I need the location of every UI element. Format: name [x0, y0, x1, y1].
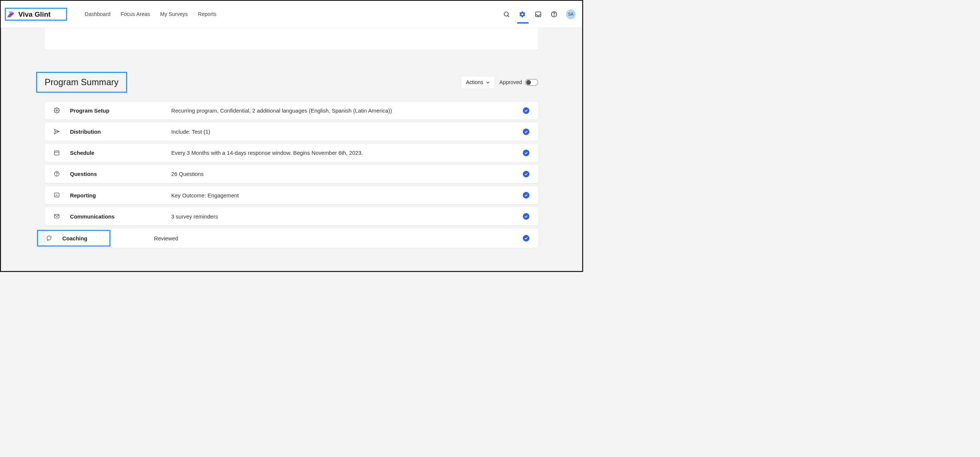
- row-label: Communications: [70, 213, 171, 220]
- question-icon: [54, 171, 60, 177]
- summary-rows: Program Setup Recurring program, Confide…: [45, 101, 538, 248]
- row-desc: Every 3 Months with a 14-days response w…: [171, 150, 519, 156]
- actions-label: Actions: [466, 79, 484, 86]
- check-complete-icon: [523, 213, 530, 220]
- row-coaching[interactable]: Coaching Reviewed: [45, 228, 538, 248]
- check-complete-icon: [523, 107, 530, 114]
- row-communications[interactable]: Communications 3 survey reminders: [45, 208, 538, 225]
- nav-reports[interactable]: Reports: [198, 11, 216, 18]
- inbox-icon[interactable]: [535, 10, 542, 18]
- row-label: Program Setup: [70, 107, 171, 114]
- check-complete-icon: [523, 171, 530, 177]
- svg-point-10: [57, 175, 57, 175]
- row-questions[interactable]: Questions 26 Questions: [45, 165, 538, 183]
- svg-point-0: [504, 12, 508, 16]
- nav-focus-areas[interactable]: Focus Areas: [121, 11, 150, 18]
- top-icons: SA: [503, 9, 576, 19]
- check-complete-icon: [523, 128, 530, 135]
- check-complete-icon: [523, 235, 530, 241]
- row-label: Coaching: [62, 235, 87, 241]
- row-desc: 26 Questions: [171, 171, 519, 177]
- avatar-initials: SA: [568, 12, 573, 16]
- calendar-icon: [54, 150, 60, 156]
- row-desc: Include: Test (1): [171, 128, 519, 135]
- content-area: Program Summary Actions Approved Program…: [1, 28, 582, 248]
- row-reporting[interactable]: Reporting Key Outcome: Engagement: [45, 186, 538, 205]
- section-title-highlight: Program Summary: [36, 72, 127, 93]
- row-desc: Key Outcome: Engagement: [171, 192, 519, 198]
- approved-label: Approved: [499, 79, 522, 86]
- svg-line-1: [508, 16, 509, 17]
- send-icon: [54, 128, 60, 135]
- check-complete-icon: [523, 150, 530, 156]
- gear-icon: [54, 107, 60, 114]
- section-title: Program Summary: [45, 77, 119, 87]
- row-program-setup[interactable]: Program Setup Recurring program, Confide…: [45, 101, 538, 120]
- chevron-down-icon: [486, 80, 490, 85]
- approved-toggle[interactable]: [525, 79, 538, 86]
- search-icon[interactable]: [503, 10, 510, 18]
- settings-gear-icon[interactable]: [519, 10, 526, 18]
- row-desc: Recurring program, Confidential, 2 addit…: [171, 107, 519, 114]
- actions-button[interactable]: Actions: [461, 76, 495, 89]
- section-header: Program Summary Actions Approved: [45, 72, 538, 93]
- row-schedule[interactable]: Schedule Every 3 Months with a 14-days r…: [45, 144, 538, 162]
- nav-my-surveys[interactable]: My Surveys: [160, 11, 188, 18]
- help-icon[interactable]: [550, 10, 558, 18]
- chat-icon: [46, 235, 52, 241]
- row-distribution[interactable]: Distribution Include: Test (1): [45, 123, 538, 141]
- svg-point-5: [56, 110, 57, 111]
- row-desc: Reviewed: [154, 235, 518, 241]
- previous-card-tail: [45, 28, 538, 50]
- nav-dashboard[interactable]: Dashboard: [85, 11, 111, 18]
- brand-highlight: Viva Glint: [5, 8, 67, 21]
- check-complete-icon: [523, 192, 530, 198]
- row-label: Schedule: [70, 150, 171, 156]
- mail-icon: [54, 213, 60, 220]
- brand-name: Viva Glint: [18, 10, 50, 18]
- coaching-highlight: Coaching: [37, 230, 111, 247]
- bar-chart-icon: [54, 192, 60, 198]
- svg-rect-7: [54, 151, 59, 155]
- row-label: Questions: [70, 171, 171, 177]
- nav-links: Dashboard Focus Areas My Surveys Reports: [85, 11, 216, 18]
- row-label: Reporting: [70, 192, 171, 198]
- row-desc: 3 survey reminders: [171, 213, 519, 220]
- viva-glint-logo-icon: [7, 10, 15, 18]
- row-label: Distribution: [70, 128, 171, 135]
- avatar[interactable]: SA: [566, 9, 576, 19]
- top-bar: Viva Glint Dashboard Focus Areas My Surv…: [1, 1, 582, 28]
- svg-point-4: [554, 16, 554, 16]
